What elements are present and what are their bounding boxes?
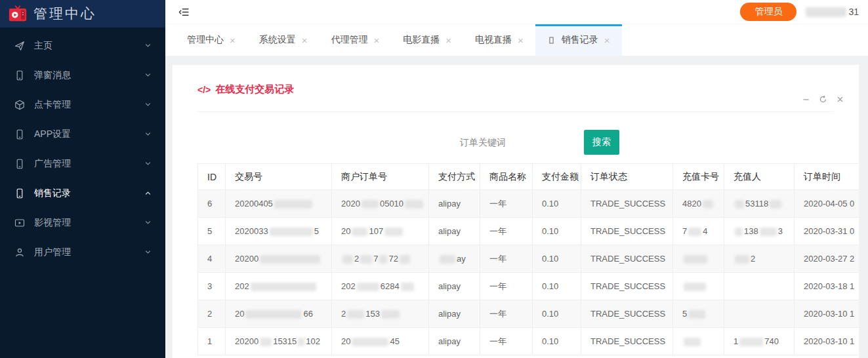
admin-role-badge[interactable]: 管理员 [740,3,796,21]
table-row: 620200405202005010alipay一年0.10TRADE_SUCC… [198,190,859,218]
chevron-down-icon [144,100,152,109]
cell-amount: 0.10 [533,328,581,355]
tab-sales-records[interactable]: 销售记录× [535,24,622,56]
refresh-icon[interactable] [819,95,827,104]
close-tab-icon[interactable]: × [604,35,610,45]
redacted-text [400,255,410,264]
close-tab-icon[interactable]: × [374,35,380,45]
column-header-id: ID [198,164,226,190]
sidebar-item-ad-management[interactable]: 广告管理 [0,149,165,178]
cell-id: 3 [198,273,226,300]
tab-label: 电视直播 [475,34,512,46]
transactions-table-wrap: ID交易号商户订单号支付方式商品名称支付金额订单状态充值卡号充值人订单时间620… [197,163,859,355]
cell-recharger: 1740 [724,328,795,355]
column-header-status: 订单状态 [581,164,673,190]
sidebar-item-user-management[interactable]: 用户管理 [0,237,165,267]
sidebar-item-popup-messages[interactable]: 弹窗消息 [0,60,165,90]
order-keyword-input[interactable] [412,130,554,155]
cell-amount: 0.10 [533,190,581,218]
cell-product: 一年 [480,190,533,218]
tab-movie-live[interactable]: 电影直播× [391,24,463,56]
redacted-text [342,255,353,264]
column-header-amount: 支付金额 [533,164,581,190]
close-tab-icon[interactable]: × [518,35,524,45]
sidebar-menu: 主页弹窗消息点卡管理APP设置广告管理销售记录影视管理用户管理 [0,28,165,267]
cell-txn-no: 2020015315102 [226,328,332,355]
redacted-text [298,338,304,346]
search-button[interactable]: 搜索 [584,130,619,155]
cell-order-no: 2153 [332,300,429,328]
redacted-text [379,255,387,264]
tab-label: 管理中心 [187,34,224,46]
redacted-text [688,310,705,319]
tab-label: 代理管理 [331,34,368,46]
cell-order-time: 2020-03-10 1 [795,328,859,355]
sidebar-item-label: 广告管理 [34,158,71,170]
redacted-text [274,200,312,209]
tab-tv-live[interactable]: 电视直播× [463,24,535,56]
redacted-text [362,200,379,209]
loading-icon [547,36,556,45]
close-tab-icon[interactable]: × [302,35,308,45]
cell-txn-no: 20200335 [226,218,332,245]
transactions-table: ID交易号商户订单号支付方式商品名称支付金额订单状态充值卡号充值人订单时间620… [197,163,859,355]
tab-system-settings[interactable]: 系统设置× [247,24,320,56]
cell-id: 6 [198,190,226,218]
close-tab-icon[interactable]: × [230,35,236,45]
sidebar-item-label: 弹窗消息 [34,70,71,81]
table-row: 32022026284alipay一年0.10TRADE_SUCCESS2020… [198,273,859,300]
column-header-card-no: 充值卡号 [673,164,724,190]
collapse-sidebar-icon[interactable] [178,7,190,18]
tab-label: 系统设置 [259,34,296,46]
sidebar-item-home[interactable]: 主页 [0,31,165,60]
redacted-text [245,310,302,319]
panel-title-text: 在线支付交易记录 [215,83,294,96]
cell-order-time: 2020-04-05 0 [795,190,859,218]
brand-logo[interactable]: 管理中心 [0,0,165,28]
redacted-text [684,255,707,264]
sidebar-item-label: 点卡管理 [34,99,71,111]
cell-id: 2 [198,300,226,328]
tab-agent-management[interactable]: 代理管理× [320,24,392,56]
content-area: </> 在线支付交易记录 搜索 ID交易号商户订单号支付方式商品名称支付金额订单… [165,56,868,358]
chevron-down-icon [144,41,152,50]
column-header-txn-no: 交易号 [226,164,332,190]
topbar-right: 管理员 31 [740,3,859,21]
panel-controls [802,95,844,104]
table-row: 52020033520107alipay一年0.10TRADE_SUCCESS7… [198,218,859,245]
redacted-text [384,228,403,236]
redacted-text [401,283,414,291]
transactions-panel: </> 在线支付交易记录 搜索 ID交易号商户订单号支付方式商品名称支付金额订单… [172,64,859,358]
sidebar-item-sales-records[interactable]: 销售记录 [0,178,165,208]
minimize-icon[interactable] [802,95,810,104]
tab-label: 电影直播 [403,34,440,46]
username[interactable]: 31 [806,7,859,17]
cell-card-no: 74 [673,218,724,245]
sidebar-item-movie-management[interactable]: 影视管理 [0,208,165,237]
tab-bar: 管理中心×系统设置×代理管理×电影直播×电视直播×销售记录× [165,24,868,56]
redacted-text [770,200,781,209]
cell-txn-no: 202 [226,273,332,300]
cell-recharger: 53118 [724,190,795,218]
user-icon [14,247,25,258]
paper-plane-icon [14,41,25,51]
redacted-text [760,228,777,236]
chevron-up-icon [144,189,152,197]
cell-txn-no: 20200 [226,245,332,273]
topbar: 管理员 31 [165,0,868,24]
close-icon[interactable] [836,95,844,104]
sidebar-item-card-management[interactable]: 点卡管理 [0,90,165,119]
sidebar-item-app-settings[interactable]: APP设置 [0,119,165,149]
column-header-product: 商品名称 [480,164,533,190]
cell-product: 一年 [480,273,533,300]
close-tab-icon[interactable]: × [445,35,451,45]
cell-product: 一年 [480,328,533,355]
chevron-down-icon [144,248,152,256]
tab-admin-center[interactable]: 管理中心× [175,24,247,56]
redacted-text [360,255,372,264]
redacted-text [735,228,743,236]
cell-order-time: 2020-03-31 0 [795,218,859,245]
redacted-text [684,283,706,291]
redacted-text [352,338,388,346]
column-header-order-time: 订单时间 [795,164,859,190]
